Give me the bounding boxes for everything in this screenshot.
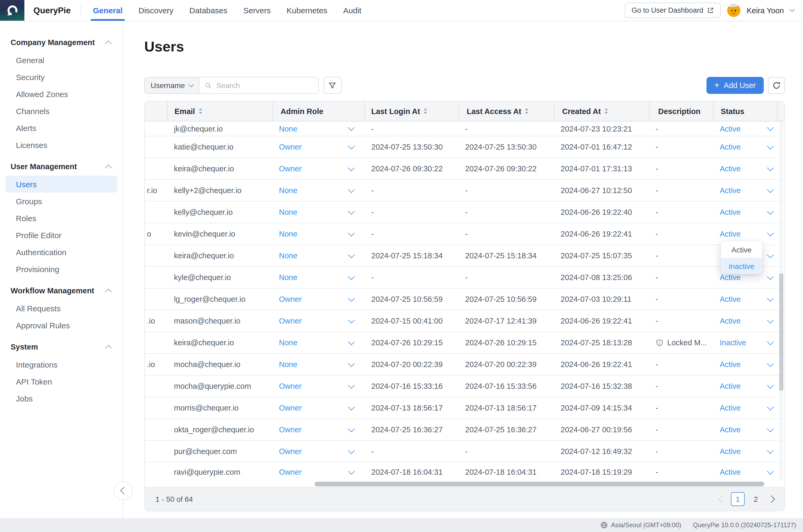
- nav-tab-kubernetes[interactable]: Kubernetes: [287, 0, 327, 21]
- page-button-2[interactable]: 2: [749, 492, 763, 506]
- admin-role-select[interactable]: None: [272, 332, 364, 353]
- table-row: katie@chequer.ioOwner2024-07-25 13:50:30…: [145, 136, 784, 158]
- admin-role-select[interactable]: None: [272, 267, 364, 288]
- go-to-user-dashboard-button[interactable]: Go to User Dashboard: [625, 3, 721, 18]
- sidebar-item-licenses[interactable]: Licenses: [0, 136, 122, 153]
- status-select[interactable]: Active: [713, 288, 784, 310]
- brand-title: QueryPie: [33, 5, 71, 15]
- email-cell: jk@chequer.io: [167, 121, 272, 136]
- column-header-last-login-at[interactable]: Last Login At: [364, 101, 458, 121]
- description-cell: -: [649, 376, 713, 397]
- admin-role-select[interactable]: None: [272, 180, 364, 201]
- status-select[interactable]: Active: [713, 376, 784, 397]
- search-input[interactable]: [215, 81, 313, 90]
- sidebar-item-provisioning[interactable]: Provisioning: [0, 261, 122, 278]
- status-select[interactable]: Inactive: [713, 332, 784, 353]
- sidebar-item-users[interactable]: Users: [5, 175, 117, 192]
- refresh-button[interactable]: [768, 77, 785, 94]
- sidebar-item-all-requests[interactable]: All Requests: [0, 300, 122, 317]
- admin-role-select[interactable]: Owner: [272, 376, 364, 397]
- filter-button[interactable]: [323, 77, 341, 94]
- sidebar-section-header-workflow-management[interactable]: Workflow Management: [0, 285, 122, 297]
- admin-role-select[interactable]: None: [272, 202, 364, 223]
- chevron-down-icon[interactable]: [789, 7, 795, 12]
- search-field-select[interactable]: Username: [145, 77, 199, 93]
- admin-role-select[interactable]: None: [272, 245, 364, 266]
- admin-role-select[interactable]: Owner: [272, 158, 364, 179]
- horizontal-scrollbar-thumb[interactable]: [314, 481, 764, 487]
- admin-role-select[interactable]: Owner: [272, 397, 364, 418]
- status-select[interactable]: Active: [713, 158, 784, 179]
- sidebar-item-security[interactable]: Security: [0, 69, 122, 86]
- description-value: -: [655, 295, 658, 303]
- column-header-email[interactable]: Email: [167, 101, 272, 121]
- shield-alert-icon: [655, 339, 664, 347]
- sidebar-item-authentication[interactable]: Authentication: [0, 244, 122, 261]
- dropdown-option-active[interactable]: Active: [721, 241, 762, 258]
- chevron-down-icon: [348, 294, 355, 301]
- last-access-cell: -: [458, 267, 554, 288]
- sidebar-collapse-button[interactable]: [114, 481, 133, 500]
- sidebar-item-roles[interactable]: Roles: [0, 210, 122, 227]
- status-select[interactable]: Active: [713, 310, 784, 331]
- sidebar-section-header-user-management[interactable]: User Management: [0, 161, 122, 172]
- status-value: Active: [720, 468, 741, 476]
- admin-role-select[interactable]: Owner: [272, 441, 364, 462]
- sidebar-item-groups[interactable]: Groups: [0, 192, 122, 210]
- next-page-button[interactable]: [767, 495, 775, 503]
- column-header-created-at[interactable]: Created At: [554, 101, 649, 121]
- sidebar-item-profile-editor[interactable]: Profile Editor: [0, 227, 122, 244]
- sidebar-item-channels[interactable]: Channels: [0, 102, 122, 119]
- status-select[interactable]: Active: [713, 354, 784, 375]
- admin-role-value: None: [279, 230, 297, 238]
- admin-role-select[interactable]: None: [272, 223, 364, 245]
- admin-role-select[interactable]: Owner: [272, 419, 364, 440]
- description-value: -: [655, 317, 658, 325]
- admin-role-select[interactable]: None: [272, 354, 364, 375]
- status-select[interactable]: Active: [713, 180, 784, 201]
- nav-tab-databases[interactable]: Databases: [189, 0, 227, 21]
- sidebar-item-allowed-zones[interactable]: Allowed Zones: [0, 86, 122, 102]
- status-value: Active: [720, 360, 741, 369]
- status-select[interactable]: Active: [713, 121, 784, 136]
- sidebar-section-title: Workflow Management: [11, 286, 94, 295]
- admin-role-select[interactable]: Owner: [272, 310, 364, 331]
- sidebar-section-header-system[interactable]: System: [0, 341, 122, 353]
- status-select[interactable]: Active: [713, 441, 784, 462]
- nav-tab-audit[interactable]: Audit: [343, 0, 361, 21]
- previous-page-button[interactable]: [719, 495, 726, 503]
- vertical-scrollbar-thumb[interactable]: [779, 273, 783, 391]
- status-select[interactable]: Active: [713, 419, 784, 440]
- column-header-last-access-at[interactable]: Last Access At: [458, 101, 554, 121]
- created-at-cell: 2024-07-09 14:15:34: [554, 397, 649, 418]
- dropdown-option-inactive[interactable]: Inactive: [721, 258, 762, 274]
- status-select[interactable]: Active: [713, 202, 784, 223]
- status-select[interactable]: Active: [713, 136, 784, 157]
- admin-role-select[interactable]: Owner: [272, 288, 364, 310]
- sidebar-section-header-company-management[interactable]: Company Management: [0, 37, 122, 48]
- sidebar-item-approval-rules[interactable]: Approval Rules: [0, 317, 122, 334]
- status-select[interactable]: Active: [713, 397, 784, 418]
- chevron-down-icon: [348, 317, 355, 323]
- sidebar-item-api-token[interactable]: API Token: [0, 373, 122, 390]
- description-value: Locked M...: [667, 338, 707, 347]
- sidebar-item-general[interactable]: General: [0, 52, 122, 69]
- page-button-1[interactable]: 1: [731, 492, 745, 506]
- plus-icon: +: [714, 81, 720, 90]
- add-user-button[interactable]: + Add User: [706, 77, 764, 94]
- nav-tab-general[interactable]: General: [93, 0, 123, 21]
- admin-role-select[interactable]: Owner: [272, 462, 364, 481]
- description-value: -: [655, 143, 658, 151]
- nav-tab-discovery[interactable]: Discovery: [138, 0, 173, 21]
- admin-role-select[interactable]: Owner: [272, 136, 364, 157]
- sidebar-item-alerts[interactable]: Alerts: [0, 119, 122, 136]
- nav-tab-servers[interactable]: Servers: [243, 0, 270, 21]
- table-rows: jk@chequer.ioNone--2024-07-23 10:23:21-A…: [145, 121, 784, 481]
- sidebar-item-integrations[interactable]: Integrations: [0, 356, 122, 373]
- admin-role-select[interactable]: None: [272, 121, 364, 136]
- table-body-viewport: jk@chequer.ioNone--2024-07-23 10:23:21-A…: [145, 121, 784, 487]
- user-menu-name[interactable]: Keira Yoon: [747, 6, 784, 15]
- status-select[interactable]: Active: [713, 462, 784, 481]
- sidebar-item-jobs[interactable]: Jobs: [0, 390, 122, 407]
- avatar[interactable]: [727, 4, 741, 17]
